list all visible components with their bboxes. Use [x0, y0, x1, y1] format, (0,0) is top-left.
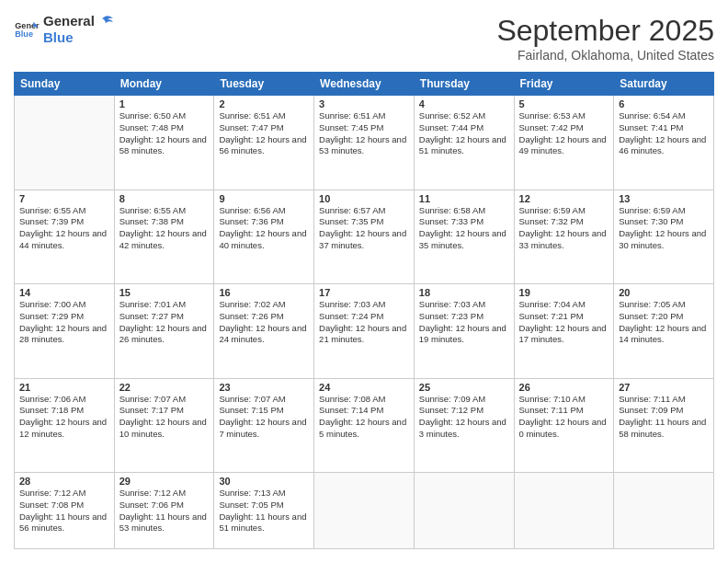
day-info: Sunrise: 6:58 AM Sunset: 7:33 PM Dayligh… [419, 205, 509, 252]
sunset-label: Sunset: 7:36 PM [219, 216, 283, 226]
sunset-label: Sunset: 7:39 PM [19, 216, 84, 226]
daylight-label: Daylight: 12 hours and 24 minutes. [219, 323, 306, 345]
daylight-label: Daylight: 12 hours and 7 minutes. [219, 417, 306, 439]
day-number: 4 [419, 98, 509, 109]
sunrise-label: Sunrise: 6:55 AM [19, 205, 85, 215]
sunset-label: Sunset: 7:05 PM [219, 500, 283, 510]
table-row: 17 Sunrise: 7:03 AM Sunset: 7:24 PM Dayl… [314, 284, 415, 379]
day-info: Sunrise: 6:51 AM Sunset: 7:45 PM Dayligh… [319, 110, 409, 157]
day-number: 28 [19, 476, 109, 487]
day-number: 30 [219, 476, 309, 487]
sunrise-label: Sunrise: 7:10 AM [519, 394, 586, 404]
day-info: Sunrise: 7:03 AM Sunset: 7:23 PM Dayligh… [419, 299, 509, 346]
day-info: Sunrise: 6:53 AM Sunset: 7:42 PM Dayligh… [519, 110, 609, 157]
table-row: 27 Sunrise: 7:11 AM Sunset: 7:09 PM Dayl… [614, 378, 714, 473]
sunset-label: Sunset: 7:42 PM [519, 122, 584, 132]
daylight-label: Daylight: 12 hours and 44 minutes. [19, 228, 107, 250]
table-row [614, 473, 714, 549]
sunrise-label: Sunrise: 7:12 AM [119, 488, 186, 498]
day-number: 18 [419, 287, 509, 298]
day-number: 13 [619, 193, 709, 204]
sunrise-label: Sunrise: 7:06 AM [19, 394, 85, 404]
day-info: Sunrise: 7:02 AM Sunset: 7:26 PM Dayligh… [219, 299, 309, 346]
day-number: 27 [619, 382, 709, 393]
day-info: Sunrise: 6:56 AM Sunset: 7:36 PM Dayligh… [219, 205, 309, 252]
col-monday: Monday [114, 73, 214, 96]
sunset-label: Sunset: 7:20 PM [619, 311, 683, 321]
week-row-1: 1 Sunrise: 6:50 AM Sunset: 7:48 PM Dayli… [15, 96, 714, 190]
sunrise-label: Sunrise: 6:59 AM [519, 205, 586, 215]
day-number: 23 [219, 382, 309, 393]
day-info: Sunrise: 6:51 AM Sunset: 7:47 PM Dayligh… [219, 110, 309, 157]
title-area: September 2025 Fairland, Oklahoma, Unite… [496, 14, 714, 63]
day-info: Sunrise: 6:52 AM Sunset: 7:44 PM Dayligh… [419, 110, 509, 157]
day-info: Sunrise: 7:10 AM Sunset: 7:11 PM Dayligh… [519, 394, 609, 441]
table-row: 28 Sunrise: 7:12 AM Sunset: 7:08 PM Dayl… [15, 473, 115, 549]
sunrise-label: Sunrise: 7:07 AM [119, 394, 186, 404]
day-info: Sunrise: 7:09 AM Sunset: 7:12 PM Dayligh… [419, 394, 509, 441]
logo-bird-icon [97, 15, 113, 28]
day-number: 9 [219, 193, 309, 204]
daylight-label: Daylight: 12 hours and 42 minutes. [119, 228, 207, 250]
daylight-label: Daylight: 11 hours and 58 minutes. [619, 417, 706, 439]
sunrise-label: Sunrise: 7:05 AM [619, 299, 685, 309]
location: Fairland, Oklahoma, United States [496, 48, 714, 63]
week-row-3: 14 Sunrise: 7:00 AM Sunset: 7:29 PM Dayl… [15, 284, 714, 379]
sunrise-label: Sunrise: 6:59 AM [619, 205, 685, 215]
table-row: 2 Sunrise: 6:51 AM Sunset: 7:47 PM Dayli… [214, 96, 314, 190]
daylight-label: Daylight: 12 hours and 33 minutes. [519, 228, 607, 250]
table-row: 3 Sunrise: 6:51 AM Sunset: 7:45 PM Dayli… [314, 96, 415, 190]
sunrise-label: Sunrise: 6:58 AM [419, 205, 485, 215]
sunset-label: Sunset: 7:41 PM [619, 122, 683, 132]
week-row-2: 7 Sunrise: 6:55 AM Sunset: 7:39 PM Dayli… [15, 190, 714, 284]
sunset-label: Sunset: 7:09 PM [619, 405, 683, 415]
day-info: Sunrise: 6:59 AM Sunset: 7:30 PM Dayligh… [619, 205, 709, 252]
table-row: 20 Sunrise: 7:05 AM Sunset: 7:20 PM Dayl… [614, 284, 714, 379]
month-title: September 2025 [496, 14, 714, 48]
day-number: 29 [119, 476, 210, 487]
day-info: Sunrise: 7:06 AM Sunset: 7:18 PM Dayligh… [19, 394, 109, 441]
table-row: 29 Sunrise: 7:12 AM Sunset: 7:06 PM Dayl… [114, 473, 214, 549]
page: General Blue General Blue September 2025… [0, 0, 728, 563]
sunrise-label: Sunrise: 7:03 AM [419, 299, 485, 309]
table-row: 11 Sunrise: 6:58 AM Sunset: 7:33 PM Dayl… [414, 190, 514, 284]
daylight-label: Daylight: 12 hours and 14 minutes. [619, 323, 706, 345]
sunrise-label: Sunrise: 6:50 AM [119, 110, 186, 121]
daylight-label: Daylight: 12 hours and 46 minutes. [619, 134, 706, 156]
daylight-label: Daylight: 12 hours and 58 minutes. [119, 134, 207, 156]
day-number: 16 [219, 287, 309, 298]
table-row: 10 Sunrise: 6:57 AM Sunset: 7:35 PM Dayl… [314, 190, 415, 284]
daylight-label: Daylight: 12 hours and 0 minutes. [519, 417, 607, 439]
sunset-label: Sunset: 7:17 PM [119, 405, 184, 415]
daylight-label: Daylight: 12 hours and 53 minutes. [319, 134, 406, 156]
daylight-label: Daylight: 12 hours and 12 minutes. [19, 417, 107, 439]
sunset-label: Sunset: 7:15 PM [219, 405, 283, 415]
day-number: 8 [119, 193, 210, 204]
sunset-label: Sunset: 7:18 PM [19, 405, 84, 415]
sunrise-label: Sunrise: 7:11 AM [619, 394, 685, 404]
svg-text:Blue: Blue [15, 29, 33, 39]
col-sunday: Sunday [15, 73, 115, 96]
day-info: Sunrise: 7:01 AM Sunset: 7:27 PM Dayligh… [119, 299, 210, 346]
day-info: Sunrise: 7:12 AM Sunset: 7:06 PM Dayligh… [119, 488, 210, 534]
sunrise-label: Sunrise: 7:09 AM [419, 394, 485, 404]
sunrise-label: Sunrise: 7:07 AM [219, 394, 285, 404]
logo: General Blue General Blue [14, 14, 113, 45]
table-row: 6 Sunrise: 6:54 AM Sunset: 7:41 PM Dayli… [614, 96, 714, 190]
daylight-label: Daylight: 12 hours and 37 minutes. [319, 228, 406, 250]
daylight-label: Daylight: 12 hours and 3 minutes. [419, 417, 506, 439]
sunset-label: Sunset: 7:08 PM [19, 500, 84, 510]
day-number: 24 [319, 382, 409, 393]
day-number: 21 [19, 382, 109, 393]
day-number: 15 [119, 287, 210, 298]
table-row: 26 Sunrise: 7:10 AM Sunset: 7:11 PM Dayl… [514, 378, 614, 473]
day-info: Sunrise: 6:55 AM Sunset: 7:39 PM Dayligh… [19, 205, 109, 252]
table-row: 16 Sunrise: 7:02 AM Sunset: 7:26 PM Dayl… [214, 284, 314, 379]
day-number: 7 [19, 193, 109, 204]
table-row: 7 Sunrise: 6:55 AM Sunset: 7:39 PM Dayli… [15, 190, 115, 284]
daylight-label: Daylight: 12 hours and 56 minutes. [219, 134, 306, 156]
day-number: 19 [519, 287, 609, 298]
daylight-label: Daylight: 12 hours and 28 minutes. [19, 323, 107, 345]
day-info: Sunrise: 7:00 AM Sunset: 7:29 PM Dayligh… [19, 299, 109, 346]
day-info: Sunrise: 7:11 AM Sunset: 7:09 PM Dayligh… [619, 394, 709, 441]
